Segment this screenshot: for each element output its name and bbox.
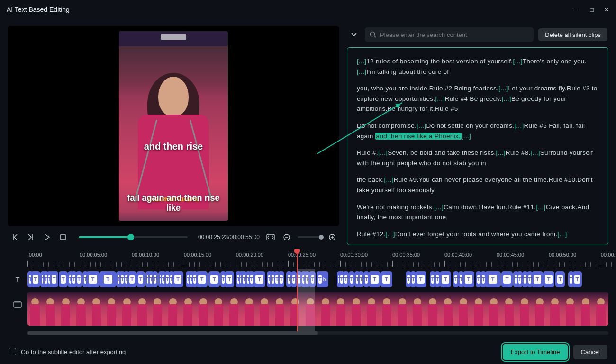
text-track[interactable]: TTTTTTTTTTTTTTTTTTTTTTTTTTTTTTTTTTTTTTTT… [27, 271, 608, 287]
timeline: :00:0000:00:05:0000:00:10:0000:00:15:000… [8, 252, 608, 342]
text-clip[interactable]: T [86, 271, 100, 287]
text-clip[interactable]: T [572, 271, 582, 287]
text-clip[interactable]: T [31, 271, 40, 287]
selection-region[interactable] [298, 269, 315, 333]
next-frame-button[interactable] [26, 232, 36, 242]
export-button[interactable]: Export to Timeline [503, 344, 567, 360]
video-track[interactable]: ▸12 Rules to Become Your Best Self ⭐ 🙏 P… [27, 292, 608, 326]
text-clip[interactable]: T [349, 271, 354, 287]
svg-rect-6 [14, 302, 21, 303]
text-clip[interactable]: T [196, 271, 208, 287]
text-clip[interactable]: T [278, 271, 284, 287]
text-clip[interactable]: T [208, 271, 220, 287]
text-clip[interactable]: T [76, 271, 82, 287]
stop-button[interactable] [58, 232, 68, 242]
text-clip[interactable]: T [59, 271, 68, 287]
delete-silent-button[interactable]: Delete all silent clips [538, 28, 607, 41]
subtitle-editor-checkbox[interactable] [9, 348, 16, 355]
text-clip[interactable]: T [50, 271, 58, 287]
search-box[interactable] [365, 27, 534, 42]
text-clip[interactable]: Tbe b... [317, 271, 328, 287]
timeline-ruler[interactable]: :00:0000:00:05:0000:00:10:0000:00:15:000… [27, 252, 608, 269]
video-preview[interactable]: and then rise @LEARNWITHJASPAL fail agai… [8, 26, 339, 226]
footer: Go to the subtitle editor after exportin… [0, 339, 616, 364]
subtitle-editor-label: Go to the subtitle editor after exportin… [21, 348, 126, 355]
close-icon[interactable]: ✕ [604, 6, 609, 13]
player-controls: 00:00:25:23/00:00:55:00 [8, 226, 339, 245]
window-title: AI Text Based Editing [7, 6, 70, 13]
text-clip[interactable]: T [543, 271, 554, 287]
svg-rect-0 [61, 235, 65, 240]
cancel-button[interactable]: Cancel [573, 345, 607, 359]
text-clip[interactable]: T [343, 271, 349, 287]
text-clip[interactable]: T [555, 271, 565, 287]
search-input[interactable] [380, 31, 529, 38]
search-icon [370, 31, 376, 38]
maximize-icon[interactable]: □ [590, 6, 594, 13]
video-track-icon [8, 292, 27, 308]
minimize-icon[interactable]: — [573, 6, 580, 13]
playhead[interactable] [297, 252, 298, 333]
window-controls: — □ ✕ [573, 6, 609, 13]
video-caption-large: and then rise [119, 141, 228, 152]
play-button[interactable] [42, 232, 52, 242]
text-clip[interactable]: T [380, 271, 392, 287]
text-clip[interactable]: T [127, 271, 136, 287]
text-clip[interactable]: T [172, 271, 183, 287]
text-clip[interactable]: T [415, 271, 426, 287]
text-clip[interactable]: T [369, 271, 380, 287]
zoom-slider[interactable] [298, 236, 321, 238]
aspect-ratio-button[interactable] [265, 232, 276, 242]
text-clip[interactable]: T [532, 271, 543, 287]
transcript-text[interactable]: [...]12 rules of becoming the best versi… [347, 47, 608, 245]
zoom-out-button[interactable] [281, 232, 292, 242]
titlebar: AI Text Based Editing — □ ✕ [0, 0, 616, 19]
text-clip[interactable]: T [136, 271, 145, 287]
collapse-icon[interactable] [348, 28, 360, 41]
text-clip[interactable]: T [152, 271, 158, 287]
svg-point-4 [371, 32, 375, 36]
text-clip[interactable]: T [463, 271, 474, 287]
text-track-icon: T [8, 276, 27, 283]
text-clip[interactable]: T [254, 271, 265, 287]
transcript-panel: Delete all silent clips [...]12 rules of… [347, 26, 608, 245]
text-clip[interactable]: T [501, 271, 513, 287]
text-clip[interactable]: T [225, 271, 234, 287]
text-clip[interactable]: T [100, 271, 116, 287]
playback-scrubber[interactable] [79, 236, 188, 238]
timeline-scrollbar[interactable] [27, 331, 608, 335]
zoom-in-button[interactable] [327, 232, 337, 242]
prev-frame-button[interactable] [9, 232, 20, 242]
video-content: and then rise @LEARNWITHJASPAL fail agai… [119, 31, 228, 221]
text-clip[interactable]: T [440, 271, 451, 287]
text-clip[interactable]: T [485, 271, 501, 287]
time-display: 00:00:25:23/00:00:55:00 [198, 234, 260, 240]
highlighted-text[interactable]: and then rise like a Phoenix. [375, 133, 462, 140]
video-panel: and then rise @LEARNWITHJASPAL fail agai… [8, 26, 339, 245]
video-caption-bottom: fail again and then rise like [119, 193, 228, 213]
